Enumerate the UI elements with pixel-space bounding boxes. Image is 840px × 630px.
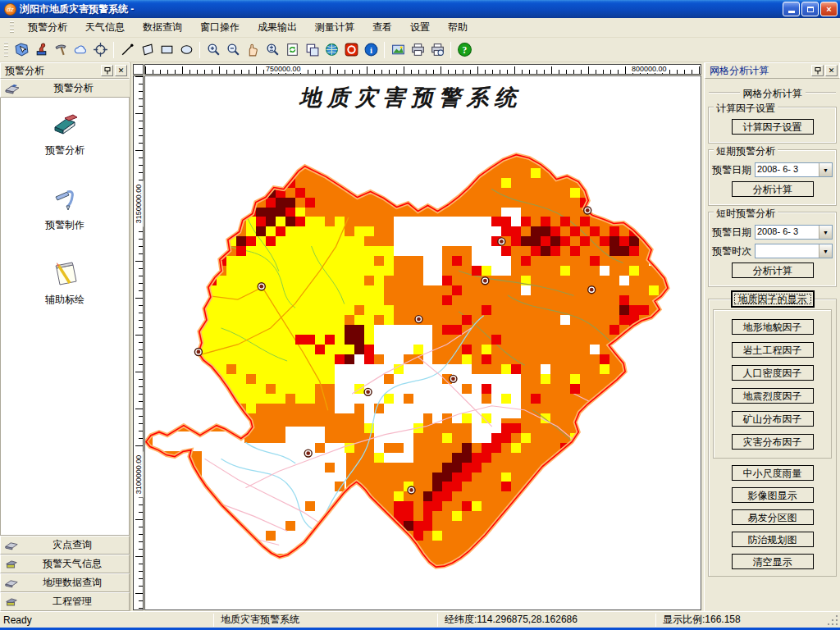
- right-panel-body: 网格分析计算 计算因子设置 计算因子设置 短期预警分析 预警日期 2008- 6…: [705, 79, 840, 611]
- chevron-down-icon[interactable]: ▼: [819, 244, 832, 258]
- stamp-icon[interactable]: [31, 40, 51, 60]
- print-icon[interactable]: [408, 40, 427, 60]
- menu-settings[interactable]: 设置: [401, 18, 439, 37]
- bar-disaster-point-query[interactable]: 灾点查询: [0, 536, 130, 555]
- draw-ellipse-icon[interactable]: [176, 40, 196, 60]
- geotech-factor-button[interactable]: 岩土工程因子: [732, 342, 814, 358]
- short-time-analyze-button[interactable]: 分析计算: [732, 262, 814, 278]
- resize-grip[interactable]: [828, 615, 839, 627]
- menu-measure[interactable]: 测量计算: [306, 18, 363, 37]
- menu-data-query[interactable]: 数据查询: [134, 18, 191, 37]
- restore-button[interactable]: [801, 2, 819, 16]
- menu-help[interactable]: 帮助: [439, 18, 477, 37]
- menu-window-ops[interactable]: 窗口操作: [191, 18, 249, 37]
- ruler-y-label: 3100000.00: [135, 452, 144, 498]
- menu-warning-analysis[interactable]: 预警分析: [19, 18, 76, 37]
- left-panel-header[interactable]: 预警分析: [0, 79, 130, 98]
- menu-view[interactable]: 查看: [363, 18, 401, 37]
- print-preview-icon[interactable]: [427, 40, 447, 60]
- left-panel-bars: 灾点查询 预警天气信息 地理数据查询 工程管理: [0, 536, 130, 611]
- map-title: 地质灾害预警系统: [145, 83, 676, 112]
- factor-setting-button[interactable]: 计算因子设置: [732, 119, 814, 135]
- warning-time-label: 预警时次: [712, 244, 755, 258]
- toolbar-separator: [199, 42, 200, 58]
- population-factor-button[interactable]: 人口密度因子: [732, 365, 814, 381]
- horizontal-ruler: 750000.00 800000.00: [144, 64, 701, 75]
- pick-hammer-icon[interactable]: [51, 40, 71, 60]
- minimize-button[interactable]: [783, 2, 800, 16]
- menu-drag-handle[interactable]: [10, 21, 14, 34]
- chevron-down-icon[interactable]: ▼: [819, 163, 832, 176]
- pin-icon[interactable]: [811, 65, 824, 76]
- bar-label: 地理数据查询: [19, 576, 126, 590]
- image-view-icon[interactable]: [388, 40, 408, 60]
- svg-text:?: ?: [462, 45, 467, 56]
- printer-icon: [4, 559, 19, 569]
- warning-date-combo[interactable]: 2008- 6- 3 ▼: [755, 162, 833, 177]
- zoom-in-icon[interactable]: [203, 40, 223, 60]
- rainfall-button[interactable]: 中小尺度雨量: [732, 465, 814, 481]
- toolbar: i ?: [0, 38, 840, 62]
- list-item-warning-analysis[interactable]: 预警分析: [1, 112, 129, 158]
- pin-icon[interactable]: [101, 65, 113, 76]
- bar-project-management[interactable]: 工程管理: [0, 592, 130, 611]
- mine-factor-button[interactable]: 矿山分布因子: [732, 411, 814, 427]
- svg-text:i: i: [370, 46, 372, 55]
- disaster-factor-button[interactable]: 灾害分布因子: [732, 434, 814, 450]
- right-panel-title: 网格分析计算: [710, 64, 810, 78]
- group-label: 短时预警分析: [714, 207, 778, 221]
- stop-icon[interactable]: [341, 40, 361, 60]
- zoom-out-icon[interactable]: [223, 40, 243, 60]
- pan-hand-icon[interactable]: [243, 40, 262, 60]
- list-item-warning-make[interactable]: 预警制作: [1, 185, 129, 232]
- warning-date-label: 预警日期: [712, 163, 755, 177]
- group-label: 计算因子设置: [714, 102, 778, 116]
- cloud-icon[interactable]: [71, 40, 90, 60]
- title-bar: dz 浏阳市地质灾害预警系统 - ×: [0, 0, 840, 18]
- close-panel-icon[interactable]: ✕: [115, 65, 127, 76]
- zoom-extent-icon[interactable]: [262, 40, 282, 60]
- status-bar: Ready 地质灾害预警系统 经纬度:114.296875,28.162686 …: [0, 611, 840, 628]
- info-icon[interactable]: i: [361, 40, 381, 60]
- target-icon[interactable]: [90, 40, 110, 60]
- seismic-factor-button[interactable]: 地震烈度因子: [732, 388, 814, 404]
- ruler-x-label: 800000.00: [631, 65, 668, 73]
- clear-display-button[interactable]: 清空显示: [732, 554, 814, 569]
- geo-factor-display-button[interactable]: 地质因子的显示: [732, 291, 814, 307]
- chevron-down-icon[interactable]: ▼: [819, 226, 832, 239]
- draw-polygon-icon[interactable]: [137, 40, 157, 60]
- map-document: 750000.00 800000.00 3150000.00 3100000.0…: [131, 62, 704, 611]
- short-term-analyze-button[interactable]: 分析计算: [732, 181, 814, 197]
- menu-result-output[interactable]: 成果输出: [249, 18, 306, 37]
- map-page[interactable]: 地质灾害预警系统: [144, 75, 701, 610]
- menu-weather-info[interactable]: 天气信息: [76, 18, 134, 37]
- warning-date-combo[interactable]: 2008- 6- 3 ▼: [755, 225, 833, 240]
- toolbar-drag-handle[interactable]: [4, 42, 8, 58]
- scanner-icon: [4, 540, 19, 550]
- refresh-page-icon[interactable]: [282, 40, 302, 60]
- bar-geo-data-query[interactable]: 地理数据查询: [0, 573, 130, 592]
- terrain-factor-button[interactable]: 地形地貌因子: [732, 319, 814, 335]
- close-panel-icon[interactable]: ✕: [825, 65, 838, 76]
- list-item-label: 辅助标绘: [45, 293, 84, 307]
- ruler-x-label: 750000.00: [265, 65, 302, 73]
- prevention-plan-button[interactable]: 防治规划图: [732, 532, 814, 547]
- status-ready: Ready: [0, 612, 213, 628]
- warning-time-combo[interactable]: ▼: [755, 244, 833, 258]
- bar-warning-weather-info[interactable]: 预警天气信息: [0, 555, 130, 573]
- left-panel: 预警分析 ✕ 预警分析 预警分析 预警制作 辅助标绘: [0, 62, 131, 611]
- image-display-button[interactable]: 影像图显示: [732, 487, 814, 503]
- draw-line-icon[interactable]: [117, 40, 137, 60]
- left-panel-titlebar: 预警分析 ✕: [0, 62, 130, 79]
- copy-layers-icon[interactable]: [302, 40, 322, 60]
- susceptibility-map-button[interactable]: 易发分区图: [732, 509, 814, 525]
- bar-label: 灾点查询: [19, 538, 126, 552]
- globe-icon[interactable]: [322, 40, 341, 60]
- close-button[interactable]: ×: [820, 2, 838, 16]
- minimize-icon: [788, 11, 795, 13]
- help-icon[interactable]: ?: [454, 40, 474, 60]
- draw-rectangle-icon[interactable]: [157, 40, 176, 60]
- pen-icon: [51, 185, 79, 213]
- list-item-aux-plot[interactable]: 辅助标绘: [1, 260, 129, 307]
- map-select-icon[interactable]: [11, 40, 31, 60]
